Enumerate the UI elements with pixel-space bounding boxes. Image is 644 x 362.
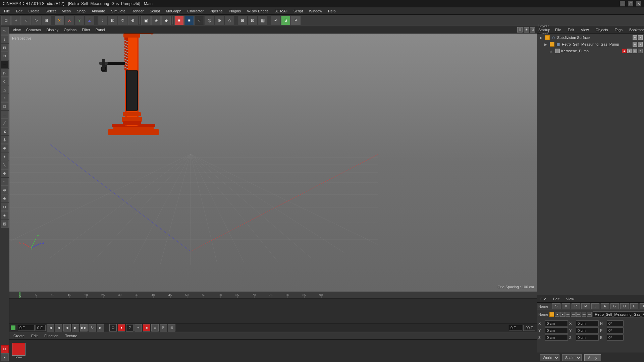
object-row-gaspump[interactable]: ▶ ▦ Retro_Self_Measuring_Gas_Pump ● ● [538,41,643,48]
object-btn-2[interactable]: ■ [184,16,194,25]
obj-menu-edit[interactable]: Edit [566,27,576,33]
tool-rotate[interactable]: ↻ [118,16,127,25]
close-button[interactable]: ✕ [636,1,641,6]
btn-prev-frame[interactable]: ◀ [55,324,62,331]
menu-help[interactable]: Help [325,8,338,14]
maximize-button[interactable]: ☐ [628,1,633,6]
viewport[interactable]: Z Y X [9,34,537,292]
obj-vis-gaspump-1[interactable]: ● [633,42,637,47]
btn-rewind-start[interactable]: |◀ [47,324,54,331]
object-btn-3[interactable]: ○ [195,16,204,25]
btn-extra5[interactable]: ⊞ [168,324,175,331]
timeline-ruler[interactable]: 0 5 10 15 20 25 30 35 40 [9,292,537,299]
object-row-kerosene[interactable]: △ Kerosene_Pump ◈ ● ● ✦ [538,48,643,54]
obj-menu-file[interactable]: File [553,27,563,33]
mat-menu-function[interactable]: Function [42,333,61,339]
viewport-menu-cameras[interactable]: Cameras [24,27,43,33]
attr-menu-view[interactable]: View [564,296,576,302]
object-btn-1[interactable]: ■ [174,16,184,25]
attr-object-name-field[interactable]: Retro_Self_Measuring_Gas_Pump [593,311,644,317]
viewport-menu-panel[interactable]: Panel [94,27,107,33]
tool-move[interactable]: ↕ [98,16,107,25]
frame-display2[interactable]: 0 F [36,325,46,331]
mat-menu-texture[interactable]: Texture [62,333,80,339]
attr-tab-x[interactable]: X [640,303,644,309]
obj-name-vis4[interactable]: — [571,312,576,317]
viewport-menu-filter[interactable]: Filter [80,27,92,33]
obj-vis-gaspump-2[interactable]: ● [638,42,643,47]
left-tool-12[interactable]: ╱ [1,119,9,127]
snap-btn2[interactable]: ⊡ [248,16,257,25]
snap-btn[interactable]: ⊞ [238,16,247,25]
coord-b-val[interactable]: 0° [607,335,624,341]
tool-render-all[interactable]: ◆ [161,16,171,25]
obj-menu-bookmarks[interactable]: Bookmarks [627,27,644,33]
obj-menu-tags[interactable]: Tags [613,27,625,33]
left-tool-rotate[interactable]: ↻ [1,52,9,60]
menu-mesh[interactable]: Mesh [59,8,73,14]
left-tool-19[interactable]: ╴ [1,178,9,186]
obj-tag-material[interactable]: ◈ [622,49,627,53]
viewport-container[interactable]: View Cameras Display Options Filter Pane… [9,26,537,292]
material-kero[interactable]: Kero [11,343,27,359]
tool-transform[interactable]: ⊕ [128,16,138,25]
btn-record-mode[interactable]: ⊡ [109,324,117,331]
mat-menu-create[interactable]: Create [11,333,27,339]
attr-tab-g[interactable]: G [610,303,619,309]
tool-render-region[interactable]: ▣ [141,16,151,25]
obj-name-vis7[interactable]: — [587,312,592,317]
coord-z2-pos[interactable]: 0 cm [576,335,599,341]
object-btn-5[interactable]: ⊕ [215,16,224,25]
btn-record[interactable]: ● [118,324,125,331]
btn-stop[interactable]: ↻ [89,324,96,331]
left-tool-16[interactable]: + [1,153,9,161]
tool-z[interactable]: Z [85,16,94,25]
minimize-button[interactable]: — [620,1,625,6]
btn-play[interactable]: ▶ [72,324,79,331]
obj-expand-icon-gaspump[interactable]: ▶ [543,42,548,47]
obj-menu-view[interactable]: View [579,27,591,33]
btn-reverse[interactable]: ◀ [63,324,71,331]
menu-create[interactable]: Create [26,8,42,14]
left-tool-10[interactable]: □ [1,102,9,110]
coord-x2-pos[interactable]: 0 cm [576,320,599,326]
obj-name-vis2[interactable]: ● [560,312,565,317]
tool-scale[interactable]: ⊡ [108,16,117,25]
attr-tab-a[interactable]: A [601,303,609,309]
obj-vis-kerosene-2[interactable]: ● [633,49,637,53]
left-tool-11[interactable]: — [1,111,9,119]
btn-extra2[interactable]: ■ [143,324,150,331]
left-tool-5[interactable]: — [1,60,9,68]
attr-menu-file[interactable]: File [538,296,548,302]
coord-y-pos[interactable]: 0 cm [545,327,568,334]
obj-visibility-1[interactable]: ● [633,35,637,40]
menu-pipeline[interactable]: Pipeline [207,8,225,14]
tool-render-view[interactable]: ◈ [151,16,161,25]
left-tool-18[interactable]: ⊘ [1,169,9,177]
menu-render[interactable]: Render [129,8,146,14]
menu-vray[interactable]: V-Ray Bridge [244,8,271,14]
left-tool-13[interactable]: ⊻ [1,127,9,135]
mode-btn-3[interactable]: ○ [21,16,31,25]
menu-character[interactable]: Character [185,8,206,14]
current-frame-display[interactable]: 0 F [18,325,35,331]
left-tool-20[interactable]: ⊛ [1,186,9,194]
menu-script[interactable]: Script [291,8,306,14]
mode-btn-2[interactable]: + [11,16,21,25]
btn-extra3[interactable]: ⊕ [151,324,159,331]
obj-vis-kerosene-1[interactable]: ● [627,49,632,53]
left-tool-bottom[interactable]: ● [1,353,9,361]
menu-select[interactable]: Select [43,8,59,14]
attr-tab-d[interactable]: D [620,303,629,309]
menu-plugins[interactable]: Plugins [226,8,244,14]
btn-extra4[interactable]: P [160,324,167,331]
left-tool-scale[interactable]: ⊡ [1,44,9,52]
left-tool-select[interactable]: ↖ [1,27,9,35]
object-row-subdivision[interactable]: ▶ ◇ Subdivision Surface ● ● [538,34,643,41]
mode-btn-5[interactable]: ⊞ [42,16,51,25]
viewport-menu-options[interactable]: Options [62,27,78,33]
menu-simulate[interactable]: Simulate [108,8,128,14]
attr-tab-r[interactable]: R [572,303,580,309]
mode-btn-4[interactable]: ▷ [32,16,41,25]
apply-button[interactable]: Apply [584,354,601,361]
